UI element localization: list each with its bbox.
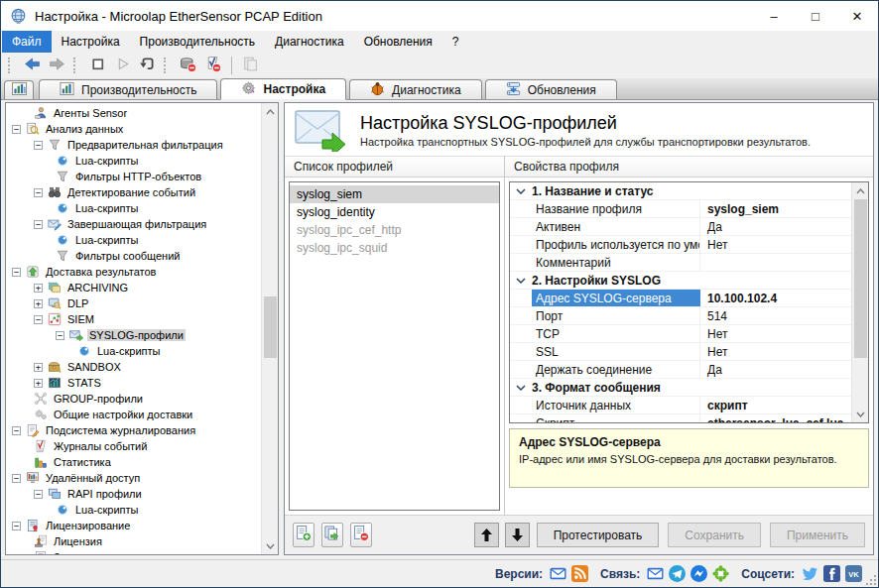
rss-link[interactable]: [571, 565, 588, 582]
collapse-icon[interactable]: −: [12, 474, 21, 483]
tree-item[interactable]: Lua-скрипты: [6, 200, 261, 216]
menu-item-performance[interactable]: Производительность: [130, 31, 265, 53]
property-group-row[interactable]: 1. Название и статус: [510, 182, 851, 200]
move-down-button[interactable]: [505, 523, 530, 547]
menu-item-file[interactable]: Файл: [2, 31, 52, 53]
property-group-row[interactable]: 2. Настройки SYSLOG: [510, 272, 851, 290]
scroll-down-arrow-icon[interactable]: [262, 537, 279, 554]
tree-item[interactable]: −Удалённый доступ: [6, 470, 261, 486]
collapse-icon[interactable]: −: [12, 426, 21, 435]
tree-item[interactable]: Статистика: [6, 454, 261, 470]
maximize-button[interactable]: □: [795, 1, 836, 31]
property-value[interactable]: Да: [700, 220, 851, 234]
properties-scroll-thumb[interactable]: [854, 199, 867, 358]
tree-item[interactable]: Агенты Sensor: [6, 105, 261, 121]
tree-item[interactable]: −SIEM: [6, 311, 261, 327]
property-value[interactable]: Нет: [700, 345, 851, 359]
minimize-button[interactable]: –: [753, 1, 795, 31]
chevron-down-icon[interactable]: [510, 188, 532, 194]
email-link[interactable]: [550, 565, 566, 582]
tab-diagnostics[interactable]: Диагностика: [349, 79, 482, 99]
profile-item[interactable]: syslog_ipc_cef_http: [290, 221, 499, 239]
tree-item[interactable]: Лицензия: [6, 533, 261, 549]
property-value[interactable]: скрипт: [700, 399, 851, 412]
chevron-down-icon[interactable]: [510, 278, 532, 284]
property-value[interactable]: 514: [700, 309, 851, 323]
property-value[interactable]: ethersensor_lua_cef.lua: [700, 416, 851, 423]
facebook-link[interactable]: [823, 565, 840, 582]
tree-item[interactable]: −SYSLOG-профили: [6, 327, 261, 343]
scroll-up-arrow-icon[interactable]: [262, 103, 279, 120]
property-row[interactable]: SSLНет: [510, 343, 851, 361]
tab-settings[interactable]: Настройка: [220, 78, 346, 100]
save-button[interactable]: Сохранить: [668, 523, 761, 547]
tree-scroll-thumb[interactable]: [264, 296, 277, 358]
tree-item[interactable]: −Детектирование событий: [6, 184, 261, 200]
tab-updates[interactable]: Обновления: [485, 79, 617, 99]
collapse-icon[interactable]: −: [12, 268, 21, 277]
tree-item[interactable]: Общие настройки доставки: [6, 407, 261, 422]
tree-item[interactable]: +ARCHIVING: [6, 280, 261, 295]
analysis-stop-button[interactable]: [200, 55, 225, 77]
performance-mini-tab[interactable]: [4, 80, 34, 99]
tab-performance[interactable]: Производительность: [39, 79, 217, 99]
menu-item-diagnostics[interactable]: Диагностика: [265, 31, 354, 53]
tree-item[interactable]: Фильтры HTTP-объектов: [6, 169, 261, 184]
property-row[interactable]: АктивенДа: [510, 218, 851, 236]
scroll-down-arrow-icon[interactable]: [852, 406, 869, 422]
property-row[interactable]: Порт514: [510, 307, 851, 325]
menu-item-settings[interactable]: Настройка: [52, 31, 130, 53]
restart-button[interactable]: [135, 55, 160, 77]
properties-scrollbar[interactable]: [851, 182, 868, 422]
collapse-icon[interactable]: −: [34, 188, 43, 197]
chevron-down-icon[interactable]: [510, 385, 532, 391]
property-row[interactable]: Держать соединениеДа: [510, 361, 851, 379]
back-arrow-button[interactable]: [20, 55, 45, 77]
vk-link[interactable]: VK: [845, 565, 862, 582]
stop-button[interactable]: [85, 55, 110, 77]
expand-icon[interactable]: +: [34, 379, 43, 388]
profile-item[interactable]: syslog_siem: [290, 185, 499, 203]
tree-item[interactable]: Lua-скрипты: [6, 232, 261, 248]
property-row[interactable]: Название профиляsyslog_siem: [510, 200, 851, 218]
close-button[interactable]: ✕: [836, 1, 878, 31]
collapse-icon[interactable]: −: [12, 522, 21, 530]
expand-icon[interactable]: +: [34, 363, 43, 372]
tree-item[interactable]: Запрос лицензии: [6, 549, 261, 554]
messenger-link[interactable]: [691, 565, 707, 582]
property-row[interactable]: Комментарий: [510, 254, 851, 272]
copy-profile-button[interactable]: [321, 523, 343, 547]
collapse-icon[interactable]: −: [34, 220, 43, 229]
property-row[interactable]: Источник данныхскрипт: [510, 397, 851, 414]
property-row[interactable]: Адрес SYSLOG-сервера10.100.102.4: [510, 290, 851, 307]
collapse-icon[interactable]: −: [56, 331, 64, 340]
forward-arrow-button[interactable]: [45, 55, 69, 77]
property-value[interactable]: 10.100.102.4: [700, 292, 851, 305]
tree-item[interactable]: −Предварительная фильтрация: [6, 137, 261, 153]
scroll-up-arrow-icon[interactable]: [852, 182, 869, 199]
paste-button[interactable]: [238, 55, 263, 77]
expand-icon[interactable]: +: [34, 299, 43, 308]
property-value[interactable]: Нет: [700, 238, 851, 252]
property-value[interactable]: Нет: [700, 327, 851, 341]
capture-stop-button[interactable]: [176, 55, 200, 77]
tree-item[interactable]: −Подсистема журналирования: [6, 422, 261, 438]
email-link[interactable]: [647, 565, 664, 582]
property-group-row[interactable]: 3. Формат сообщения: [510, 379, 851, 397]
tree-scrollbar[interactable]: [261, 103, 278, 554]
property-row[interactable]: Профиль используется по умолчаниюНет: [510, 236, 851, 254]
play-button[interactable]: [110, 55, 135, 77]
tree-item[interactable]: Фильтры сообщений: [6, 248, 261, 264]
apply-button[interactable]: Применить: [770, 523, 865, 547]
profile-item[interactable]: syslog_identity: [290, 203, 499, 221]
property-row[interactable]: TCPНет: [510, 325, 851, 343]
test-button[interactable]: Протестировать: [537, 523, 660, 547]
tree-item[interactable]: −Доставка результатов: [6, 264, 261, 280]
telegram-link[interactable]: [669, 565, 686, 582]
property-value[interactable]: Да: [700, 363, 851, 377]
collapse-icon[interactable]: −: [34, 315, 43, 324]
delete-profile-button[interactable]: [350, 523, 372, 547]
profile-item[interactable]: syslog_ipc_squid: [290, 239, 499, 257]
tree-item[interactable]: +DLP: [6, 295, 261, 311]
tree-item[interactable]: −Завершающая фильтрация: [6, 216, 261, 232]
